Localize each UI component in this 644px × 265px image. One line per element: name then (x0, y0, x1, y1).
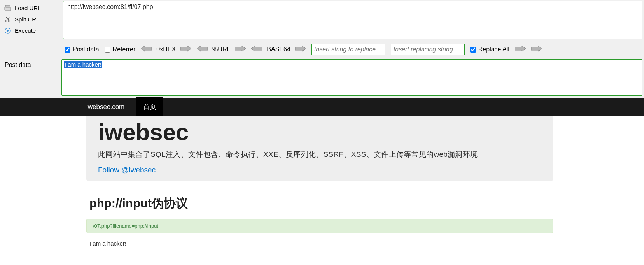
post-data-selection: I am a hacker! (64, 61, 102, 68)
svg-marker-14 (295, 46, 306, 51)
post-data-label: Post data (0, 59, 61, 96)
base64-label: BASE64 (264, 46, 293, 53)
play-icon (4, 28, 12, 34)
svg-marker-10 (180, 46, 191, 51)
watermark: CSDN @mooyuan (605, 246, 640, 247)
split-url-button[interactable]: Split URL (4, 14, 58, 25)
svg-marker-13 (251, 46, 262, 51)
replace-exec-button[interactable] (515, 45, 526, 54)
post-data-checkbox[interactable]: Post data (65, 46, 99, 53)
nav-brand[interactable]: iwebsec.com (86, 103, 124, 111)
site-navbar: iwebsec.com 首页 (0, 98, 644, 116)
alert-box: /07.php?filename=php://input (86, 219, 553, 233)
replace-next-button[interactable] (531, 45, 542, 54)
scissors-icon (4, 16, 12, 23)
svg-marker-16 (531, 46, 542, 51)
hex-encode-button[interactable] (180, 45, 191, 54)
follow-link[interactable]: Follow @iwebsec (98, 166, 156, 174)
base64-encode-button[interactable] (295, 45, 306, 54)
replace-from-input[interactable] (312, 44, 385, 55)
replace-all-checkbox[interactable]: Replace All (470, 46, 509, 53)
base64-decode-button[interactable] (251, 45, 262, 54)
replace-to-input[interactable] (391, 44, 465, 55)
hex-decode-button[interactable] (141, 45, 152, 54)
url-encode-button[interactable] (235, 45, 246, 54)
svg-rect-1 (5, 5, 10, 7)
svg-marker-9 (141, 46, 152, 51)
page-heading: php://input伪协议 (89, 195, 553, 212)
referrer-checkbox[interactable]: Referrer (105, 46, 136, 53)
load-url-icon (4, 5, 12, 11)
execute-button[interactable]: Execute (4, 25, 58, 36)
svg-line-5 (7, 17, 9, 20)
nav-home-link[interactable]: 首页 (136, 97, 163, 116)
hex-label: 0xHEX (153, 46, 179, 53)
svg-line-6 (6, 17, 9, 20)
hero-banner: iwebsec 此网站中集合了SQL注入、文件包含、命令执行、XXE、反序列化、… (86, 116, 553, 181)
svg-marker-12 (235, 46, 246, 51)
svg-rect-2 (6, 9, 9, 9)
svg-marker-15 (515, 46, 526, 51)
svg-marker-11 (197, 46, 208, 51)
svg-marker-8 (7, 30, 9, 32)
hero-title: iwebsec (98, 119, 541, 146)
post-data-input[interactable]: I am a hacker! (61, 59, 642, 96)
load-url-button[interactable]: Load URL (4, 2, 58, 14)
page-output: I am a hacker! (89, 240, 553, 247)
url-input[interactable]: http://iwebsec.com:81/fi/07.php (63, 1, 642, 39)
svg-point-3 (5, 20, 7, 22)
url-decode-button[interactable] (197, 45, 208, 54)
options-toolbar: Post data Referrer 0xHEX %URL BASE64 (63, 40, 642, 58)
svg-point-4 (9, 20, 10, 22)
urlenc-label: %URL (209, 46, 233, 53)
hero-description: 此网站中集合了SQL注入、文件包含、命令执行、XXE、反序列化、SSRF、XSS… (98, 149, 541, 160)
